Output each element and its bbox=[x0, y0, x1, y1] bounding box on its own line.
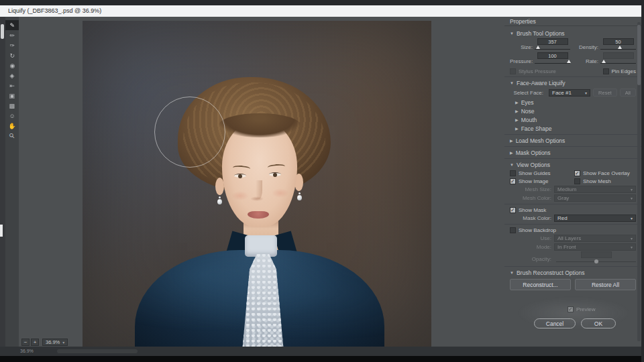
mask-color-label: Mask Color: bbox=[504, 215, 554, 221]
show-backdrop-checkbox[interactable] bbox=[510, 227, 516, 233]
size-slider-thumb[interactable] bbox=[536, 46, 540, 49]
rate-slider[interactable] bbox=[600, 63, 636, 64]
top-strip bbox=[0, 0, 644, 5]
portrait-eye-left bbox=[234, 174, 246, 178]
show-guides-option: Show Guides bbox=[510, 169, 574, 177]
select-face-row: Select Face: Face #1 ▾ Reset All bbox=[504, 87, 641, 98]
chevron-down-icon: ▾ bbox=[62, 340, 64, 345]
thaw-mask-tool-button[interactable]: ▩ bbox=[5, 101, 19, 111]
mask-color-value: Red bbox=[557, 215, 568, 221]
opacity-input[interactable] bbox=[581, 251, 612, 258]
reconstruct-tool-button[interactable]: ✏ bbox=[5, 30, 19, 40]
ok-button[interactable]: OK bbox=[581, 318, 616, 328]
zoom-tool-button[interactable]: ⚲ bbox=[5, 131, 19, 141]
show-image-checkbox[interactable] bbox=[510, 178, 516, 184]
restore-all-button[interactable]: Restore All bbox=[575, 279, 636, 290]
zoom-in-button[interactable]: + bbox=[31, 339, 39, 346]
chevron-down-icon: ▾ bbox=[631, 245, 633, 249]
forward-warp-tool-button[interactable]: ✎ bbox=[5, 20, 19, 30]
preview-label: Preview bbox=[576, 306, 595, 312]
section-face-aware-liquify[interactable]: Face-Aware Liquify bbox=[504, 78, 641, 87]
twirl-clockwise-icon: ↻ bbox=[9, 51, 15, 60]
pressure-input[interactable]: 100 bbox=[537, 52, 568, 59]
show-mask-checkbox[interactable] bbox=[510, 207, 516, 213]
window-titlebar[interactable]: Liquify (_DBF3863_.psd @ 36.9%) bbox=[0, 5, 641, 17]
pearl-earring-left bbox=[217, 199, 222, 204]
preview-checkbox[interactable] bbox=[568, 306, 574, 312]
face-reset-button[interactable]: Reset bbox=[593, 88, 617, 97]
mesh-size-dropdown[interactable]: Medium ▾ bbox=[554, 186, 636, 193]
section-eyes[interactable]: Eyes bbox=[504, 98, 641, 107]
zoom-level-dropdown[interactable]: 36.9% ▾ bbox=[42, 339, 68, 346]
face-all-button[interactable]: All bbox=[620, 88, 636, 97]
section-load-mesh-options[interactable]: Load Mesh Options bbox=[504, 136, 641, 145]
density-slider-thumb[interactable] bbox=[618, 46, 622, 49]
chevron-down-icon: ▾ bbox=[631, 187, 633, 192]
mesh-color-dropdown[interactable]: Gray ▾ bbox=[554, 194, 636, 202]
section-mask-options[interactable]: Mask Options bbox=[504, 148, 641, 157]
opacity-slider-thumb[interactable] bbox=[594, 259, 598, 263]
left-strip-marker-top[interactable] bbox=[1, 24, 4, 39]
bottom-black-strip bbox=[0, 356, 644, 362]
size-input[interactable]: 357 bbox=[537, 38, 568, 45]
show-guides-checkbox[interactable] bbox=[510, 170, 516, 176]
chevron-down-icon: ▾ bbox=[631, 196, 633, 200]
smooth-tool-button[interactable]: ✑ bbox=[5, 40, 19, 50]
bloat-tool-button[interactable]: ◈ bbox=[5, 70, 19, 80]
backdrop-mode-label: Mode: bbox=[504, 244, 554, 250]
size-slider[interactable] bbox=[535, 49, 570, 50]
freeze-mask-tool-button[interactable]: ▣ bbox=[5, 90, 19, 101]
reconstruct-button[interactable]: Reconstruct... bbox=[510, 279, 571, 290]
backdrop-use-dropdown[interactable]: All Layers ▾ bbox=[554, 235, 636, 242]
left-strip-marker-mid[interactable] bbox=[0, 225, 3, 237]
density-slider[interactable] bbox=[600, 49, 636, 50]
backdrop-mode-value: In Front bbox=[557, 244, 576, 250]
show-mesh-checkbox[interactable] bbox=[574, 178, 580, 184]
rate-input[interactable] bbox=[603, 52, 634, 59]
smooth-icon: ✑ bbox=[9, 41, 15, 50]
liquify-brush-cursor[interactable] bbox=[154, 97, 225, 168]
section-label: Brush Reconstruct Options bbox=[517, 269, 585, 276]
pressure-slider[interactable] bbox=[535, 63, 570, 64]
density-input[interactable]: 50 bbox=[603, 38, 634, 45]
status-zoom-value: 36.9% bbox=[20, 349, 34, 353]
properties-panel: Properties Brush Tool Options Size: 357 … bbox=[504, 17, 641, 347]
backdrop-use-label: Use: bbox=[504, 235, 554, 241]
section-brush-tool-options[interactable]: Brush Tool Options bbox=[504, 29, 641, 38]
face-tool-button[interactable]: ☺ bbox=[5, 111, 19, 121]
forward-warp-icon: ✎ bbox=[9, 21, 15, 30]
backdrop-mode-dropdown[interactable]: In Front ▾ bbox=[554, 243, 636, 251]
mesh-color-value: Gray bbox=[557, 195, 569, 201]
pin-edges-checkbox[interactable] bbox=[603, 68, 609, 74]
opacity-slider[interactable] bbox=[556, 261, 636, 262]
backdrop-mode-row: Mode: In Front ▾ bbox=[504, 243, 641, 251]
mesh-size-row: Mesh Size: Medium ▾ bbox=[504, 185, 641, 194]
panel-scrollbar-thumb[interactable] bbox=[637, 25, 641, 85]
pearl-earring-right bbox=[297, 195, 302, 200]
size-label: Size: bbox=[510, 44, 533, 50]
select-face-dropdown[interactable]: Face #1 ▾ bbox=[549, 89, 590, 97]
zoom-out-button[interactable]: − bbox=[21, 339, 30, 346]
section-face-shape[interactable]: Face Shape bbox=[504, 124, 641, 133]
twirl-clockwise-tool-button[interactable]: ↻ bbox=[5, 50, 19, 60]
stylus-pressure-label: Stylus Pressure bbox=[519, 68, 556, 74]
pucker-tool-button[interactable]: ◉ bbox=[5, 60, 19, 70]
stylus-pressure-checkbox[interactable] bbox=[510, 68, 516, 74]
hand-tool-button[interactable]: ✋ bbox=[5, 121, 19, 131]
density-label: Density: bbox=[576, 44, 598, 50]
pressure-slider-thumb[interactable] bbox=[567, 60, 571, 63]
push-left-icon: ⇤ bbox=[9, 81, 15, 90]
section-nose[interactable]: Nose bbox=[504, 107, 641, 115]
cancel-button[interactable]: Cancel bbox=[534, 318, 576, 328]
mask-color-dropdown[interactable]: Red ▾ bbox=[554, 215, 636, 222]
show-face-overlay-checkbox[interactable] bbox=[574, 170, 580, 176]
section-view-options[interactable]: View Options bbox=[504, 160, 641, 169]
panel-scrollbar[interactable] bbox=[637, 22, 641, 341]
opacity-label: Opacity: bbox=[504, 256, 554, 262]
image-canvas[interactable] bbox=[83, 21, 431, 347]
section-brush-reconstruct-options[interactable]: Brush Reconstruct Options bbox=[504, 268, 641, 277]
section-mouth[interactable]: Mouth bbox=[504, 115, 641, 124]
rate-slider-thumb[interactable] bbox=[602, 60, 606, 63]
pressure-label: Pressure: bbox=[510, 58, 533, 64]
push-left-tool-button[interactable]: ⇤ bbox=[5, 80, 19, 90]
